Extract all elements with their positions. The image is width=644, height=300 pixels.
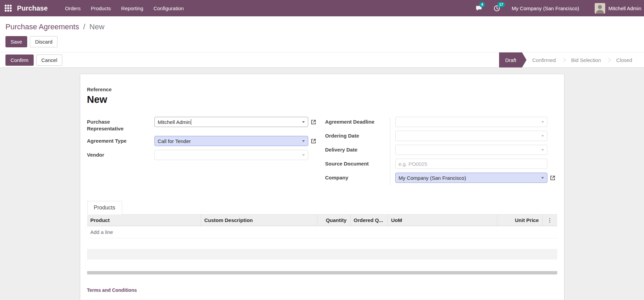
dropdown-caret-icon[interactable] — [541, 177, 544, 179]
column-header-custom-description[interactable]: Custom Description — [201, 215, 317, 226]
column-header-uom[interactable]: UoM — [387, 215, 497, 226]
agreement-type-field[interactable]: Call for Tender — [154, 136, 308, 146]
source-document-label: Source Document — [325, 159, 390, 167]
ordering-date-field[interactable] — [395, 131, 547, 141]
menu-reporting[interactable]: Reporting — [116, 2, 148, 14]
dropdown-caret-icon[interactable] — [541, 149, 544, 151]
field-group-right: Agreement Deadline Ordering Date — [325, 117, 557, 187]
messages-button[interactable]: 4 — [476, 5, 482, 11]
breadcrumb: Purchase Agreements / New — [0, 16, 644, 33]
avatar-image — [595, 3, 605, 14]
statusbar-buttons: Confirm Cancel — [5, 54, 62, 66]
form-sheet: Reference New Purchase Representative Mi… — [80, 74, 564, 300]
state-closed[interactable]: Closed — [610, 52, 638, 67]
tab-products[interactable]: Products — [87, 201, 122, 215]
horizontal-scrollbar[interactable] — [87, 271, 557, 274]
vendor-label: Vendor — [87, 150, 154, 158]
table-row: Add a line — [87, 226, 557, 238]
chevron-separator-icon — [606, 58, 611, 62]
vendor-field[interactable] — [154, 150, 308, 160]
field-group-left: Purchase Representative Mitchell Admin — [87, 117, 325, 187]
notebook-tabs: Products — [87, 201, 557, 215]
field-row-delivery-date: Delivery Date — [325, 145, 557, 155]
form-toolbar: Save Discard — [0, 33, 644, 52]
breadcrumb-current: New — [89, 22, 104, 31]
column-header-product[interactable]: Product — [87, 215, 201, 226]
top-navbar: Purchase Orders Products Reporting Confi… — [0, 0, 644, 16]
column-header-ordered-quantities[interactable]: Ordered Q... — [350, 215, 387, 226]
state-confirmed[interactable]: Confirmed — [527, 52, 562, 67]
empty-row — [87, 249, 557, 259]
field-row-source-document: Source Document — [325, 159, 557, 169]
navbar-right: 4 17 My Company (San Francisco) Mitchell… — [476, 3, 641, 14]
purchase-representative-field[interactable]: Mitchell Admin — [154, 117, 308, 127]
apps-grid-glyph — [5, 5, 12, 12]
field-groups: Purchase Representative Mitchell Admin — [87, 117, 557, 187]
empty-row — [87, 259, 557, 270]
state-bid-selection[interactable]: Bid Selection — [565, 52, 607, 67]
ordering-date-label: Ordering Date — [325, 131, 390, 139]
content-area: Reference New Purchase Representative Mi… — [0, 68, 644, 300]
dropdown-caret-icon[interactable] — [302, 154, 305, 156]
source-document-input[interactable] — [395, 159, 547, 169]
field-row-vendor: Vendor — [87, 150, 325, 160]
agreement-type-open-record-button[interactable] — [311, 139, 316, 144]
cancel-button[interactable]: Cancel — [36, 54, 63, 66]
state-draft[interactable]: Draft — [499, 52, 527, 67]
discard-button[interactable]: Discard — [30, 36, 57, 47]
reference-label: Reference — [87, 86, 557, 92]
agreement-deadline-field[interactable] — [395, 117, 547, 127]
control-panel: Purchase Agreements / New Save Discard — [0, 16, 644, 52]
column-header-unit-price[interactable]: Unit Price — [497, 215, 542, 226]
dropdown-caret-icon[interactable] — [541, 121, 544, 123]
add-a-line-link[interactable]: Add a line — [90, 229, 113, 235]
delivery-date-label: Delivery Date — [325, 145, 390, 153]
field-row-agreement-deadline: Agreement Deadline — [325, 117, 557, 127]
external-link-icon — [550, 175, 555, 180]
chevron-separator-icon — [561, 58, 566, 62]
empty-row — [87, 238, 557, 249]
menu-configuration[interactable]: Configuration — [148, 2, 189, 14]
column-header-quantity[interactable]: Quantity — [317, 215, 350, 226]
purchase-representative-label: Purchase Representative — [87, 117, 154, 132]
field-row-agreement-type: Agreement Type Call for Tender — [87, 136, 325, 146]
app-brand[interactable]: Purchase — [17, 4, 48, 12]
status-pipeline: Draft Confirmed Bid Selection Closed — [499, 52, 644, 67]
save-button[interactable]: Save — [5, 36, 27, 47]
field-row-ordering-date: Ordering Date — [325, 131, 557, 141]
activities-button[interactable]: 17 — [494, 5, 500, 12]
user-avatar[interactable] — [595, 3, 605, 14]
breadcrumb-separator: / — [83, 22, 85, 31]
field-row-company: Company My Company (San Francisco) — [325, 173, 557, 183]
statusbar: Confirm Cancel Draft Confirmed Bid Selec… — [0, 52, 644, 68]
reference-value: New — [87, 94, 557, 105]
dropdown-caret-icon[interactable] — [302, 121, 305, 123]
menu-orders[interactable]: Orders — [60, 2, 86, 14]
company-field[interactable]: My Company (San Francisco) — [395, 173, 547, 183]
confirm-button[interactable]: Confirm — [5, 54, 34, 66]
text-caret — [191, 119, 191, 125]
company-switcher[interactable]: My Company (San Francisco) — [512, 5, 579, 11]
products-table: Product Custom Description Quantity Orde… — [87, 215, 557, 274]
dropdown-caret-icon[interactable] — [541, 135, 544, 137]
purchase-representative-open-record-button[interactable] — [311, 120, 316, 125]
dropdown-caret-icon[interactable] — [302, 140, 305, 142]
apps-grid-icon[interactable] — [5, 5, 12, 12]
agreement-deadline-label: Agreement Deadline — [325, 117, 390, 125]
terms-and-conditions-label: Terms and Conditions — [87, 287, 557, 293]
main-menu: Orders Products Reporting Configuration — [60, 2, 189, 14]
user-menu[interactable]: Mitchell Admin — [608, 5, 641, 11]
agreement-type-label: Agreement Type — [87, 136, 154, 144]
messages-count-badge: 4 — [479, 2, 485, 7]
menu-products[interactable]: Products — [86, 2, 116, 14]
field-row-purchase-representative: Purchase Representative Mitchell Admin — [87, 117, 325, 132]
optional-columns-toggle-icon[interactable]: ⋮ — [542, 215, 557, 226]
external-link-icon — [311, 139, 316, 144]
external-link-icon — [311, 120, 316, 125]
company-open-record-button[interactable] — [550, 175, 555, 180]
delivery-date-field[interactable] — [395, 145, 547, 155]
breadcrumb-parent-link[interactable]: Purchase Agreements — [5, 22, 79, 31]
company-label: Company — [325, 173, 390, 181]
activities-count-badge: 17 — [497, 2, 505, 7]
table-header-row: Product Custom Description Quantity Orde… — [87, 215, 557, 226]
